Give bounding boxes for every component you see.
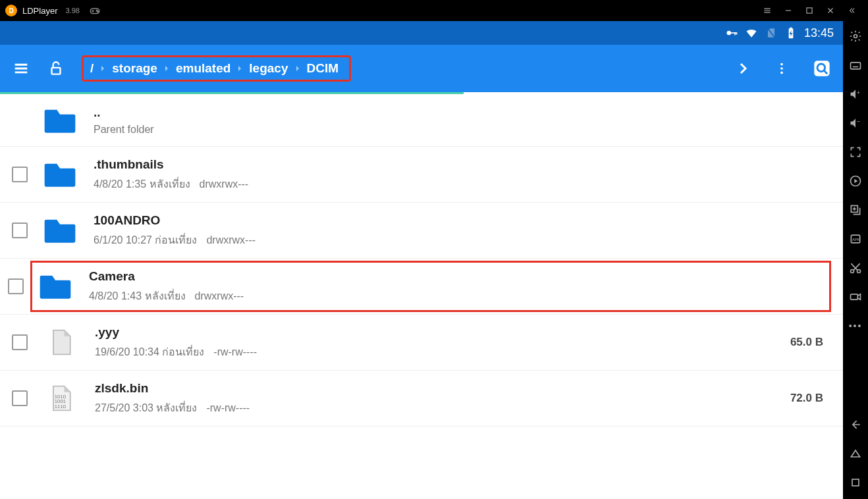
row-checkbox[interactable]: [8, 278, 24, 294]
svg-point-6: [854, 35, 857, 38]
search-icon[interactable]: [813, 59, 831, 78]
apk-install-icon[interactable]: APK: [848, 232, 863, 246]
file-row[interactable]: zlsdk.bin27/5/20 3:03 หลังเที่ยง-rw-rw--…: [0, 371, 843, 427]
vpn-key-icon: [725, 26, 738, 39]
file-name: 100ANDRO: [94, 213, 831, 228]
file-row[interactable]: 100ANDRO6/1/20 10:27 ก่อนเที่ยงdrwxrwx--…: [0, 203, 843, 259]
file-list: ..Parent folder.thumbnails4/8/20 1:35 หล…: [0, 94, 843, 499]
file-name: .thumbnails: [94, 157, 831, 172]
scissors-icon[interactable]: [848, 261, 863, 275]
svg-point-14: [851, 270, 854, 273]
breadcrumb-root[interactable]: /: [90, 61, 94, 76]
gamepad-icon: [89, 5, 101, 16]
android-recent-icon[interactable]: [848, 475, 863, 490]
app-name: LDPlayer: [22, 6, 57, 16]
file-row[interactable]: .yyy19/6/20 10:34 ก่อนเที่ยง-rw-rw----65…: [0, 315, 843, 371]
svg-point-27: [780, 72, 783, 74]
breadcrumb-storage[interactable]: storage: [112, 61, 157, 76]
file-details: 4/8/20 1:43 หลังเที่ยงdrwxrwx---: [89, 288, 824, 304]
row-checkbox: [12, 113, 28, 128]
android-status-bar: 13:45: [0, 21, 843, 45]
wifi-icon: [745, 26, 758, 39]
emulator-right-toolbar: + − APK •••: [843, 21, 868, 499]
multi-instance-icon[interactable]: [848, 203, 863, 217]
close-button[interactable]: [826, 6, 835, 15]
breadcrumb-path[interactable]: / storage emulated legacy DCIM: [82, 55, 351, 82]
file-row[interactable]: .thumbnails4/8/20 1:35 หลังเที่ยงdrwxrwx…: [0, 147, 843, 203]
svg-point-15: [857, 270, 861, 273]
volume-up-icon[interactable]: +: [848, 87, 863, 101]
record-icon[interactable]: [848, 290, 863, 304]
file-name: .yyy: [95, 325, 790, 340]
fullscreen-icon[interactable]: [848, 145, 863, 159]
sim-off-icon: [765, 26, 778, 39]
row-checkbox[interactable]: [12, 390, 28, 406]
battery-charging-icon: [784, 26, 798, 39]
app-version: 3.98: [65, 7, 79, 14]
ldplayer-logo: D: [5, 5, 17, 16]
drawer-menu-icon[interactable]: [12, 59, 30, 78]
file-details: 27/5/20 3:03 หลังเที่ยง-rw-rw----: [95, 400, 790, 416]
file-name: zlsdk.bin: [95, 381, 790, 396]
folder-icon: [37, 212, 83, 249]
file-size: 65.0 B: [790, 336, 823, 349]
folder-icon: [32, 268, 78, 305]
android-back-icon[interactable]: [848, 417, 863, 432]
svg-rect-7: [851, 63, 861, 69]
svg-point-26: [780, 67, 783, 70]
svg-text:+: +: [857, 90, 860, 96]
svg-rect-16: [851, 294, 858, 300]
breadcrumb-dcim[interactable]: DCIM: [307, 61, 339, 76]
chevron-right-icon: [97, 63, 108, 74]
status-clock: 13:45: [804, 26, 834, 40]
settings-icon[interactable]: [848, 29, 863, 43]
volume-down-icon[interactable]: −: [848, 116, 863, 130]
android-home-icon[interactable]: [848, 446, 863, 461]
svg-point-25: [780, 63, 783, 66]
keyboard-icon[interactable]: [848, 58, 863, 72]
file-details: 19/6/20 10:34 ก่อนเที่ยง-rw-rw----: [95, 344, 790, 360]
chevron-right-icon: [292, 63, 303, 74]
file-details: Parent folder: [94, 124, 831, 136]
svg-rect-21: [736, 32, 738, 34]
folder-icon: [37, 156, 83, 193]
row-checkbox[interactable]: [12, 334, 28, 350]
file-row[interactable]: Camera4/8/20 1:43 หลังเที่ยงdrwxrwx---: [0, 259, 843, 315]
chevron-right-icon: [161, 63, 172, 74]
row-checkbox[interactable]: [12, 223, 28, 238]
lock-open-icon[interactable]: [47, 60, 65, 77]
file-details: 6/1/20 10:27 ก่อนเที่ยงdrwxrwx---: [94, 232, 831, 248]
chevron-right-icon: [234, 63, 245, 74]
file-manager-toolbar: / storage emulated legacy DCIM: [0, 45, 843, 92]
binary-file-icon: [46, 380, 75, 417]
emulator-titlebar: D LDPlayer 3.98: [0, 0, 868, 21]
file-name: ..: [94, 105, 831, 120]
file-row[interactable]: ..Parent folder: [0, 94, 843, 147]
file-size: 72.0 B: [790, 392, 823, 405]
file-icon: [46, 324, 75, 361]
svg-rect-19: [730, 32, 736, 34]
breadcrumb-emulated[interactable]: emulated: [176, 61, 231, 76]
svg-text:−: −: [857, 118, 860, 125]
svg-rect-5: [807, 8, 812, 13]
menu-lines-icon[interactable]: [763, 6, 772, 15]
overflow-menu-icon[interactable]: [774, 61, 789, 76]
collapse-sidebar-icon[interactable]: [847, 6, 856, 15]
maximize-button[interactable]: [805, 6, 814, 15]
breadcrumb-legacy[interactable]: legacy: [249, 61, 288, 76]
more-icon[interactable]: •••: [848, 319, 863, 333]
svg-rect-17: [852, 479, 859, 486]
minimize-button[interactable]: [784, 6, 793, 15]
forward-icon[interactable]: [735, 61, 751, 76]
svg-rect-20: [734, 32, 736, 35]
svg-rect-23: [790, 28, 792, 30]
svg-text:APK: APK: [852, 238, 860, 242]
svg-rect-24: [52, 68, 61, 74]
sync-icon[interactable]: [848, 174, 863, 188]
svg-point-18: [726, 31, 731, 36]
file-name: Camera: [89, 269, 824, 284]
file-details: 4/8/20 1:35 หลังเที่ยงdrwxrwx---: [94, 176, 831, 192]
folder-icon: [37, 102, 83, 139]
svg-point-4: [97, 11, 99, 13]
row-checkbox[interactable]: [12, 167, 28, 182]
